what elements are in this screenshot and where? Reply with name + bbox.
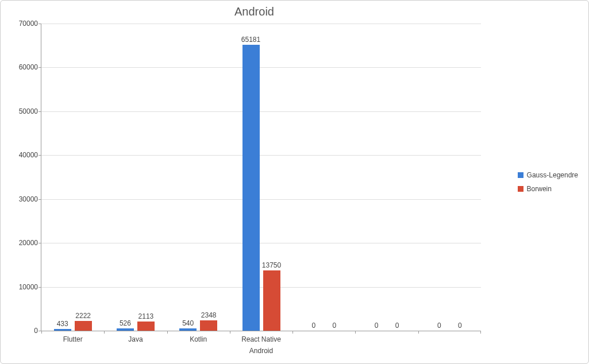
bar-group: 6518113750 — [242, 45, 280, 331]
bar: 2222 — [75, 321, 92, 331]
x-tick-mark — [41, 331, 42, 334]
x-category-label: Flutter — [63, 335, 83, 343]
y-tick-mark — [39, 155, 41, 156]
legend-item: Borwein — [518, 185, 578, 193]
y-tick-mark — [39, 243, 41, 243]
y-tick-mark — [39, 199, 41, 200]
bar: 2113 — [137, 322, 155, 331]
y-tick-label: 10000 — [19, 283, 38, 291]
legend-swatch-icon — [518, 172, 523, 178]
bar-value-label: 0 — [458, 322, 462, 330]
bar-value-label: 2113 — [138, 312, 154, 320]
y-tick-mark — [39, 67, 41, 68]
bar-value-label: 2222 — [75, 312, 91, 320]
bar-value-label: 0 — [332, 322, 336, 330]
chart-title: Android — [1, 5, 508, 18]
x-tick-mark — [292, 331, 293, 334]
bar-group: 5262113 — [117, 322, 155, 331]
y-tick-label: 30000 — [19, 195, 38, 203]
legend-label: Gauss-Legendre — [527, 171, 578, 179]
y-tick-label: 40000 — [19, 151, 38, 159]
bar-value-label: 540 — [182, 319, 194, 327]
gridline — [41, 24, 481, 24]
legend-swatch-icon — [518, 186, 523, 192]
x-tick-mark — [230, 331, 230, 334]
chart-container: Android Android 010000200003000040000500… — [0, 0, 589, 364]
bar-value-label: 433 — [57, 320, 68, 328]
y-tick-label: 60000 — [19, 63, 38, 71]
x-tick-mark — [104, 331, 105, 334]
bar-group: 4332222 — [54, 321, 92, 331]
x-tick-mark — [355, 331, 356, 334]
legend: Gauss-Legendre Borwein — [518, 165, 578, 199]
x-category-label: Java — [128, 335, 143, 343]
y-tick-mark — [39, 287, 41, 288]
bar-value-label: 65181 — [241, 36, 260, 44]
bar: 540 — [179, 328, 197, 331]
bar: 433 — [54, 329, 71, 331]
bar-value-label: 0 — [375, 322, 379, 330]
bar-value-label: 0 — [437, 322, 441, 330]
legend-item: Gauss-Legendre — [518, 171, 578, 179]
x-category-label: Kotlin — [190, 335, 207, 343]
bar: 65181 — [242, 45, 260, 331]
bar-value-label: 0 — [311, 322, 315, 330]
bar: 2348 — [200, 320, 217, 331]
bar-value-label: 526 — [120, 319, 131, 327]
bar-group: 5402348 — [179, 320, 217, 331]
y-tick-label: 20000 — [19, 239, 38, 247]
plot-area: Android 01000020000300004000050000600007… — [41, 24, 481, 331]
bar-value-label: 2348 — [201, 311, 217, 319]
y-tick-mark — [39, 24, 41, 24]
x-tick-mark — [418, 331, 419, 334]
bar: 526 — [117, 328, 134, 331]
bar-value-label: 0 — [395, 322, 399, 330]
y-tick-label: 50000 — [19, 107, 38, 115]
x-category-label: React Native — [241, 335, 281, 343]
bar: 13750 — [263, 270, 280, 331]
x-tick-mark — [480, 331, 481, 334]
y-tick-mark — [39, 111, 41, 112]
x-axis-title: Android — [249, 347, 273, 355]
bar-value-label: 13750 — [262, 261, 281, 269]
legend-label: Borwein — [527, 185, 552, 193]
y-tick-label: 0 — [34, 327, 38, 335]
y-tick-label: 70000 — [19, 20, 38, 28]
x-tick-mark — [167, 331, 168, 334]
